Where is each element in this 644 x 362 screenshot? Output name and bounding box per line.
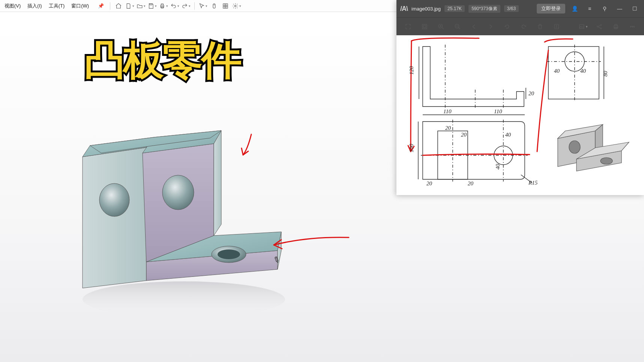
svg-rect-31 — [423, 26, 426, 28]
separator — [110, 2, 110, 10]
dim-20-top-a: 20 — [445, 125, 451, 131]
dim-20-side: 20 — [528, 90, 534, 96]
new-doc-button[interactable] — [125, 2, 134, 11]
picture-button[interactable] — [576, 20, 590, 34]
viewer-login-button[interactable]: 立即登录 — [537, 4, 565, 14]
menu-view[interactable]: 视图(V) — [2, 2, 23, 11]
mouse-icon[interactable] — [210, 2, 219, 11]
share-button[interactable] — [592, 20, 606, 34]
info-button[interactable] — [549, 20, 564, 34]
viewer-canvas[interactable]: 120 20 40 40 80 110 110 100 20 20 20 20 … — [396, 35, 644, 195]
pin-window-icon[interactable]: ⚲ — [599, 3, 610, 14]
svg-rect-30 — [422, 24, 427, 29]
dim-110-b: 110 — [494, 108, 502, 114]
viewer-titlebar[interactable]: /A\ image003.jpg 25.17K 590*373像素 3/63 立… — [396, 0, 644, 17]
viewer-toolbar — [396, 17, 644, 35]
dim-120: 120 — [408, 66, 414, 75]
dim-100: 100 — [408, 144, 414, 152]
svg-point-69 — [600, 158, 612, 164]
drawing-page: 120 20 40 40 80 110 110 100 20 20 20 20 … — [396, 35, 644, 195]
zoom-in-button[interactable] — [434, 20, 448, 34]
minimize-icon[interactable]: — — [614, 3, 625, 14]
dim-110-a: 110 — [443, 108, 452, 114]
gear-settings-button[interactable] — [232, 2, 241, 11]
delete-button[interactable] — [533, 20, 547, 34]
print-button[interactable] — [159, 2, 168, 11]
svg-point-68 — [569, 141, 580, 153]
menu-icon[interactable]: ≡ — [584, 3, 595, 14]
dim-20-bottom-a: 20 — [426, 180, 432, 186]
svg-rect-40 — [614, 26, 618, 28]
fit-button[interactable] — [417, 20, 432, 34]
viewer-filesize: 25.17K — [444, 5, 465, 12]
home-button[interactable] — [114, 2, 123, 11]
grid-options-button[interactable] — [221, 2, 230, 11]
rotate-right-button[interactable] — [516, 20, 531, 34]
viewer-dimensions: 590*373像素 — [468, 5, 500, 13]
pin-icon[interactable]: 📌 — [96, 2, 106, 10]
svg-rect-36 — [579, 24, 584, 29]
redo-button[interactable] — [182, 2, 191, 11]
svg-marker-24 — [214, 131, 221, 236]
viewer-page-count: 3/63 — [504, 5, 519, 12]
dim-40-top-b: 40 — [495, 164, 501, 170]
svg-rect-4 — [223, 4, 228, 8]
viewer-logo-icon: /A\ — [400, 5, 408, 13]
save-button[interactable] — [148, 2, 157, 11]
svg-point-42 — [630, 26, 631, 27]
more-button[interactable] — [625, 20, 639, 34]
select-arrow-button[interactable] — [198, 2, 207, 11]
dim-20-top-b: 20 — [461, 132, 467, 138]
prev-button[interactable] — [467, 20, 481, 34]
separator — [194, 2, 195, 10]
menu-tools[interactable]: 工具(T) — [47, 2, 67, 11]
viewer-filename: image003.jpg — [411, 6, 441, 12]
zoom-out-button[interactable] — [450, 20, 465, 34]
svg-point-16 — [83, 281, 285, 317]
svg-point-35 — [556, 26, 557, 26]
dim-r15: R15 — [528, 180, 538, 186]
overlay-title: 凸板零件 — [84, 33, 240, 88]
svg-rect-0 — [150, 3, 152, 5]
dim-40-top: 40 — [505, 132, 511, 138]
menu-insert[interactable]: 插入(I) — [25, 2, 44, 11]
menu-window[interactable]: 窗口(W) — [69, 2, 91, 11]
image-viewer-window: /A\ image003.jpg 25.17K 590*373像素 3/63 立… — [396, 0, 644, 195]
svg-point-38 — [600, 24, 602, 26]
next-button[interactable] — [483, 20, 498, 34]
open-button[interactable] — [137, 2, 146, 11]
dim-40-side-a: 40 — [554, 68, 560, 74]
svg-point-29 — [218, 249, 240, 259]
print-button[interactable] — [609, 20, 623, 34]
model-3d — [68, 112, 300, 322]
svg-point-44 — [633, 26, 635, 27]
rotate-left-button[interactable] — [500, 20, 514, 34]
svg-point-26 — [99, 183, 129, 216]
svg-point-43 — [632, 26, 633, 27]
svg-point-37 — [597, 26, 598, 27]
user-icon[interactable]: 👤 — [569, 3, 580, 14]
maximize-icon[interactable]: ☐ — [629, 3, 640, 14]
dim-20-bottom-b: 20 — [468, 180, 474, 186]
svg-point-27 — [162, 175, 194, 210]
fullscreen-button[interactable] — [401, 20, 415, 34]
undo-button[interactable] — [170, 2, 179, 11]
svg-marker-20 — [83, 147, 146, 288]
dim-40-side-b: 40 — [580, 68, 586, 74]
svg-point-5 — [235, 5, 236, 6]
dim-80: 80 — [602, 71, 608, 77]
svg-point-39 — [600, 28, 602, 29]
